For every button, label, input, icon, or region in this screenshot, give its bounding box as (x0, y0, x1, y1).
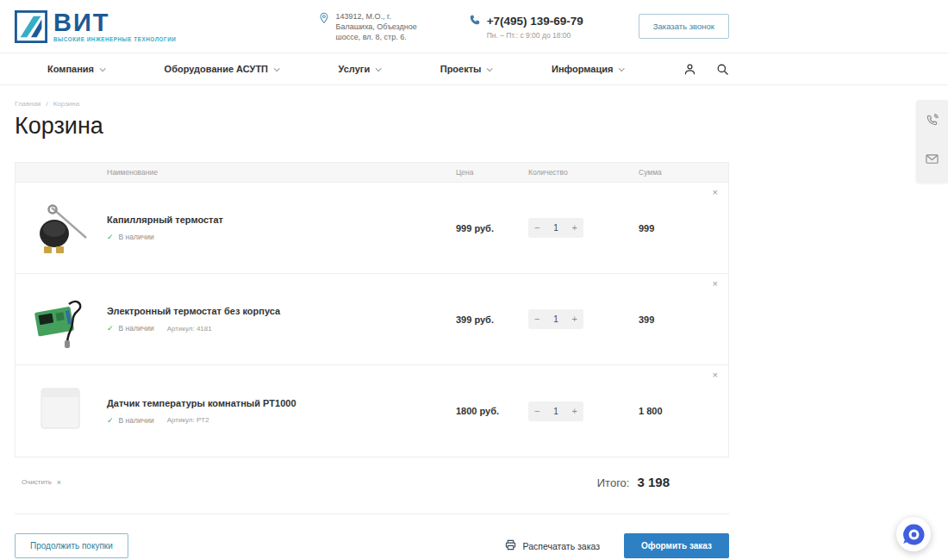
quantity-stepper: − 1 + (528, 218, 583, 238)
clear-cart-button[interactable]: Очистить × (22, 478, 61, 487)
phone-number[interactable]: +7(495) 139-69-79 (487, 15, 583, 28)
sku-value: 4181 (196, 325, 212, 333)
logo-mark-icon (15, 10, 47, 43)
total-value: 3 198 (637, 475, 670, 489)
header-address: 143912, М.О., г. Балашиха, Объездное шос… (319, 11, 429, 42)
chevron-down-icon (376, 65, 382, 72)
remove-item-icon[interactable]: × (713, 279, 718, 289)
user-account-icon[interactable] (683, 63, 696, 76)
breadcrumb-home[interactable]: Главная (15, 100, 41, 108)
sku-label: Артикул: (167, 325, 195, 333)
nav-item-company[interactable]: Компания (47, 64, 104, 74)
clear-cart-label: Очистить (22, 478, 52, 486)
chat-bubble-icon (902, 523, 926, 546)
search-icon[interactable] (716, 63, 729, 76)
divider (15, 513, 729, 514)
nav-item-label: Оборудование АСУТП (165, 64, 268, 74)
quantity-stepper: − 1 + (528, 401, 583, 421)
cart-total: Итого: 3 198 (597, 475, 670, 489)
product-sku: Артикул: 4181 (167, 325, 212, 333)
breadcrumb: Главная / Корзина (15, 100, 948, 108)
nav-item-projects[interactable]: Проекты (440, 64, 492, 74)
cart-row: Датчик температуры комнатный PT1000 ✓ В … (16, 365, 728, 457)
chevron-down-icon (619, 65, 625, 72)
cart-table: Наименование Цена Количество Сумма Капил… (15, 162, 729, 457)
cart-table-header: Наименование Цена Количество Сумма (16, 163, 728, 183)
product-image-electronic-thermostat[interactable] (31, 290, 107, 349)
print-order-label: Распечатать заказ (523, 541, 601, 551)
continue-shopping-button[interactable]: Продолжить покупки (15, 533, 128, 558)
remove-item-icon[interactable]: × (713, 370, 718, 380)
top-bar: ВИТ ВЫСОКИЕ ИНЖЕНЕРНЫЕ ТЕХНОЛОГИИ 143912… (0, 0, 948, 53)
column-header-quantity: Количество (528, 168, 614, 177)
nav-item-label: Информация (552, 64, 613, 74)
chat-widget-button[interactable] (896, 517, 931, 551)
print-order-button[interactable]: Распечатать заказ (505, 539, 601, 552)
quantity-value[interactable]: 1 (553, 407, 558, 416)
column-header-sum: Сумма (614, 168, 694, 177)
quantity-minus-button[interactable]: − (534, 407, 539, 416)
product-image-capillary-thermostat[interactable] (31, 199, 107, 258)
check-icon: ✓ (107, 324, 114, 333)
location-pin-icon (319, 11, 329, 42)
product-price: 399 руб. (446, 314, 528, 325)
product-title[interactable]: Капиллярный термостат (107, 215, 446, 225)
product-price: 1800 руб. (446, 406, 528, 416)
chevron-down-icon (274, 65, 280, 72)
callback-phone-icon[interactable] (926, 114, 939, 127)
cart-row: Капиллярный термостат ✓ В наличии 999 ру… (16, 183, 728, 274)
product-sum: 1 800 (614, 406, 694, 416)
product-sku: Артикул: PT2 (167, 416, 209, 424)
quantity-minus-button[interactable]: − (534, 223, 539, 233)
phone-icon (470, 13, 480, 28)
cart-row: Электронный термостат без корпуса ✓ В на… (16, 274, 728, 365)
quantity-plus-button[interactable]: + (572, 223, 577, 233)
availability-label: В наличии (119, 324, 154, 333)
column-header-price: Цена (446, 168, 528, 177)
quantity-value[interactable]: 1 (553, 314, 558, 324)
logo[interactable]: ВИТ ВЫСОКИЕ ИНЖЕНЕРНЫЕ ТЕХНОЛОГИИ (15, 10, 176, 43)
sku-value: PT2 (196, 416, 209, 424)
availability-label: В наличии (119, 416, 154, 425)
nav-item-information[interactable]: Информация (552, 64, 623, 74)
main-nav: Компания Оборудование АСУТП Услуги Проек… (0, 53, 948, 85)
total-label: Итого: (597, 476, 630, 489)
cart-actions: Продолжить покупки Распечатать заказ Офо… (15, 533, 729, 558)
contact-side-panel (916, 100, 948, 183)
nav-item-equipment[interactable]: Оборудование АСУТП (165, 64, 278, 74)
page-title: Корзина (15, 113, 948, 140)
checkout-button[interactable]: Оформить заказ (624, 533, 729, 558)
sku-label: Артикул: (167, 416, 195, 424)
quantity-plus-button[interactable]: + (572, 407, 577, 416)
nav-item-services[interactable]: Услуги (339, 64, 381, 74)
breadcrumb-current: Корзина (53, 100, 79, 108)
check-icon: ✓ (107, 416, 114, 425)
clear-cart-icon: × (57, 478, 61, 487)
quantity-minus-button[interactable]: − (534, 314, 539, 324)
quantity-stepper: − 1 + (528, 309, 583, 329)
logo-tagline: ВЫСОКИЕ ИНЖЕНЕРНЫЕ ТЕХНОЛОГИИ (53, 36, 176, 42)
product-title[interactable]: Электронный термостат без корпуса (107, 306, 446, 316)
chevron-down-icon (487, 65, 493, 72)
product-sum: 399 (614, 314, 694, 325)
availability-label: В наличии (119, 233, 154, 241)
header-phone: +7(495) 139-69-79 Пн. – Пт.: с 9:00 до 1… (470, 13, 599, 40)
column-header-name: Наименование (107, 168, 446, 177)
logo-title: ВИТ (53, 10, 176, 34)
email-icon[interactable] (926, 152, 939, 165)
breadcrumb-separator: / (46, 100, 47, 108)
product-sum: 999 (614, 223, 694, 233)
nav-item-label: Компания (47, 64, 94, 74)
nav-item-label: Услуги (339, 64, 371, 74)
remove-item-icon[interactable]: × (713, 188, 718, 197)
quantity-value[interactable]: 1 (553, 223, 558, 233)
check-icon: ✓ (107, 233, 114, 241)
callback-button[interactable]: Заказать звонок (639, 14, 729, 39)
printer-icon (505, 539, 516, 552)
work-hours: Пн. – Пт.: с 9:00 до 18:00 (487, 31, 599, 40)
quantity-plus-button[interactable]: + (572, 314, 577, 324)
product-image-room-sensor[interactable] (31, 382, 107, 440)
product-title[interactable]: Датчик температуры комнатный PT1000 (107, 398, 446, 408)
address-text: 143912, М.О., г. Балашиха, Объездное шос… (335, 11, 429, 42)
chevron-down-icon (100, 65, 106, 72)
